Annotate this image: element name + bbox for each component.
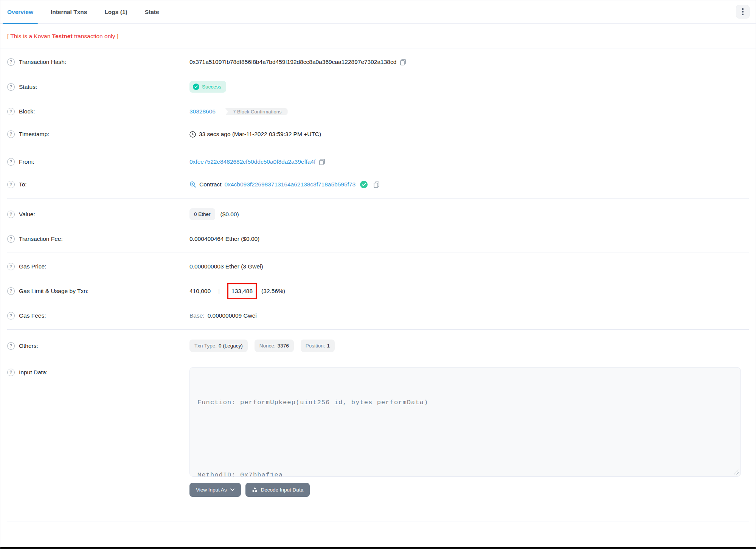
help-icon: ? [7, 312, 15, 319]
help-icon: ? [7, 83, 15, 91]
help-icon: ? [7, 235, 15, 243]
row-input-data: ? Input Data: Function: performUpkeep(ui… [7, 360, 749, 504]
view-input-as-button[interactable]: View Input As [189, 483, 241, 497]
view-input-as-label: View Input As [196, 487, 227, 493]
transaction-fee-value: 0.000400464 Ether ($0.00) [189, 236, 259, 242]
help-icon: ? [7, 108, 15, 115]
input-blank-line [197, 433, 733, 445]
tab-overview[interactable]: Overview [7, 0, 33, 23]
row-to: ? To: Contract 0x4cb093f226983713164a621… [7, 173, 749, 196]
row-others: ? Others: Txn Type: 0 (Legacy) Nonce: 33… [7, 332, 749, 360]
highlight-box: 133,488 [227, 283, 257, 299]
copy-icon[interactable] [373, 181, 380, 188]
nonce-key: Nonce: [259, 343, 276, 349]
transaction-hash-value: 0x371a51097fb78df856f8b4a7bd459f192d8cc8… [189, 59, 396, 65]
transaction-fee-label-group: ? Transaction Fee: [7, 235, 189, 243]
tab-internal-txns[interactable]: Internal Txns [51, 0, 87, 23]
transaction-hash-label: Transaction Hash: [19, 59, 66, 65]
value-label: Value: [19, 211, 35, 218]
from-label: From: [19, 158, 34, 165]
status-label-group: ? Status: [7, 83, 189, 91]
resize-handle[interactable] [734, 470, 739, 475]
bottom-divider [7, 521, 749, 521]
input-function-line: Function: performUpkeep(uint256 id, byte… [197, 397, 733, 409]
position-badge: Position: 1 [301, 340, 335, 352]
gas-used-value: 133,488 [231, 288, 253, 294]
input-data-label-group: ? Input Data: [7, 367, 189, 376]
overview-rows: ? Transaction Hash: 0x371a51097fb78df856… [0, 48, 756, 504]
row-gas-limit-usage: ? Gas Limit & Usage by Txn: 410,000 | 13… [7, 278, 749, 304]
to-contract-word: Contract [199, 181, 222, 188]
row-block: ? Block: 30328606 7 Block Confirmations [7, 100, 749, 123]
testnet-notice: [ This is a Kovan Testnet transaction on… [0, 24, 756, 48]
more-options-button[interactable] [736, 5, 750, 19]
tab-bar: Overview Internal Txns Logs (1) State [0, 0, 756, 24]
row-transaction-hash: ? Transaction Hash: 0x371a51097fb78df856… [7, 51, 749, 73]
help-icon: ? [7, 369, 15, 376]
timestamp-value: 33 secs ago (Mar-11-2022 03:59:32 PM +UT… [199, 131, 321, 138]
position-value: 1 [327, 343, 330, 349]
to-label-group: ? To: [7, 181, 189, 188]
input-methodid-line: MethodID: 0x7bbaf1ea [197, 469, 733, 477]
gas-fees-base-value: 0.000000009 Gwei [208, 312, 257, 319]
status-label: Status: [19, 84, 37, 90]
divider [7, 148, 749, 148]
tab-logs[interactable]: Logs (1) [104, 0, 127, 23]
tab-state[interactable]: State [145, 0, 159, 23]
divider [7, 329, 749, 330]
txn-type-key: Txn Type: [194, 343, 217, 349]
gas-fees-label: Gas Fees: [19, 312, 46, 319]
gas-used-percent: (32.56%) [261, 288, 285, 295]
input-data-textarea[interactable]: Function: performUpkeep(uint256 id, byte… [189, 367, 741, 477]
notice-suffix: transaction only ] [73, 33, 118, 39]
row-gas-price: ? Gas Price: 0.000000003 Ether (3 Gwei) [7, 255, 749, 278]
help-icon: ? [7, 58, 15, 66]
block-confirmations-badge: 7 Block Confirmations [223, 108, 288, 115]
help-icon: ? [7, 158, 15, 166]
block-confirmations-text: 7 Block Confirmations [223, 108, 288, 115]
gas-fees-label-group: ? Gas Fees: [7, 312, 189, 319]
gas-price-label-group: ? Gas Price: [7, 263, 189, 270]
value-usd: ($0.00) [220, 211, 239, 218]
status-badge: Success [189, 81, 226, 93]
txn-type-badge: Txn Type: 0 (Legacy) [189, 340, 248, 352]
txn-type-value: 0 (Legacy) [219, 343, 243, 349]
magnifier-plus-icon[interactable] [189, 181, 196, 188]
to-address-link[interactable]: 0x4cb093f226983713164a62138c3f718a5b595f… [225, 181, 356, 188]
copy-icon[interactable] [399, 59, 407, 66]
gas-price-label: Gas Price: [19, 263, 46, 270]
input-data-buttons: View Input As Decode Input Data [189, 483, 749, 497]
decode-input-data-button[interactable]: Decode Input Data [245, 483, 310, 497]
row-timestamp: ? Timestamp: 33 secs ago (Mar-11-2022 03… [7, 123, 749, 146]
transaction-hash-label-group: ? Transaction Hash: [7, 58, 189, 66]
row-value: ? Value: 0 Ether ($0.00) [7, 201, 749, 228]
transaction-fee-label: Transaction Fee: [19, 236, 63, 242]
value-label-group: ? Value: [7, 211, 189, 218]
clock-icon [189, 131, 196, 138]
help-icon: ? [7, 181, 15, 188]
check-circle-icon [193, 84, 199, 90]
block-label: Block: [19, 108, 35, 115]
row-gas-fees: ? Gas Fees: Base: 0.000000009 Gwei [7, 304, 749, 327]
gas-limit-label: Gas Limit & Usage by Txn: [19, 288, 88, 295]
nonce-badge: Nonce: 3376 [255, 340, 294, 352]
chevron-down-icon [230, 489, 234, 491]
kebab-dot [742, 11, 744, 12]
decode-icon [252, 487, 258, 493]
decode-label: Decode Input Data [261, 487, 304, 493]
row-transaction-fee: ? Transaction Fee: 0.000400464 Ether ($0… [7, 228, 749, 250]
row-status: ? Status: Success [7, 73, 749, 100]
position-key: Position: [306, 343, 325, 349]
divider [7, 198, 749, 199]
kebab-dot [742, 8, 744, 10]
copy-icon[interactable] [318, 158, 326, 166]
from-label-group: ? From: [7, 158, 189, 166]
input-data-label: Input Data: [19, 369, 48, 376]
block-number-link[interactable]: 30328606 [189, 108, 216, 115]
gas-fees-base-label: Base: [189, 312, 205, 319]
pipe-separator: | [218, 288, 220, 295]
gas-limit-value: 410,000 [189, 288, 211, 295]
transaction-details-page: Overview Internal Txns Logs (1) State [ … [0, 0, 756, 549]
from-address-link[interactable]: 0xfee7522e8482682cf50ddc50a0f8da2a39effa… [189, 158, 315, 165]
help-icon: ? [7, 130, 15, 138]
